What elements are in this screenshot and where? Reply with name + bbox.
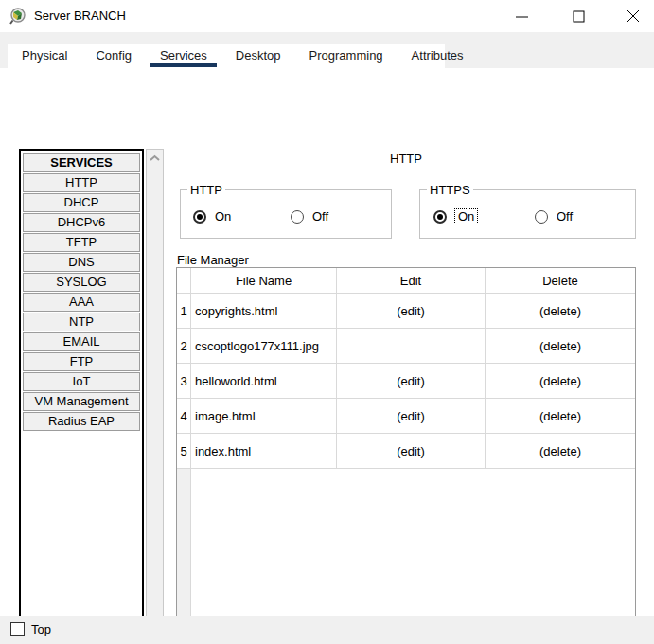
edit-link[interactable]: (edit) — [337, 399, 486, 433]
row-number-gutter — [177, 469, 191, 628]
delete-link[interactable]: (delete) — [486, 329, 635, 363]
edit-link — [337, 329, 486, 363]
https-radio-row: On Off — [420, 204, 635, 232]
sidebar-item-iot[interactable]: IoT — [23, 372, 140, 391]
http-on-radio[interactable] — [193, 210, 206, 224]
chevron-up-icon[interactable] — [150, 154, 160, 162]
close-button[interactable] — [611, 0, 654, 32]
https-off-radio[interactable] — [535, 210, 548, 224]
close-icon — [627, 9, 640, 23]
file-name-cell[interactable]: cscoptlogo177x111.jpg — [191, 329, 337, 363]
https-group-box: HTTPS On Off — [419, 189, 636, 239]
file-manager-label: File Manager — [177, 253, 249, 267]
sidebar-item-ftp[interactable]: FTP — [23, 352, 140, 371]
window-title: Server BRANCH — [34, 0, 126, 32]
http-off-label[interactable]: Off — [312, 209, 328, 224]
tab-physical[interactable]: Physical — [8, 44, 81, 68]
tab-programming[interactable]: Programming — [295, 44, 398, 68]
table-row: 2 cscoptlogo177x111.jpg (delete) — [177, 329, 635, 364]
table-row: 4 image.html (edit) (delete) — [177, 399, 635, 434]
table-row: 3 helloworld.html (edit) (delete) — [177, 364, 635, 399]
table-empty-area — [177, 469, 635, 628]
edit-link[interactable]: (edit) — [337, 364, 486, 398]
file-name-cell[interactable]: index.html — [191, 434, 337, 468]
file-name-cell[interactable]: helloworld.html — [191, 364, 337, 398]
sidebar-item-vm-management[interactable]: VM Management — [23, 392, 140, 411]
sidebar-item-http[interactable]: HTTP — [23, 173, 140, 192]
edit-link[interactable]: (edit) — [337, 434, 486, 468]
table-row: 1 copyrights.html (edit) (delete) — [177, 294, 635, 329]
minimize-icon — [516, 10, 528, 23]
sidebar-item-dhcp[interactable]: DHCP — [23, 193, 140, 212]
file-name-cell[interactable]: copyrights.html — [191, 294, 337, 328]
delete-link[interactable]: (delete) — [486, 294, 635, 328]
file-name-cell[interactable]: image.html — [191, 399, 337, 433]
row-number: 1 — [177, 294, 191, 328]
packet-tracer-icon — [9, 8, 27, 26]
table-row: 5 index.html (edit) (delete) — [177, 434, 635, 469]
http-radio-row: On Off — [181, 204, 391, 232]
http-off-radio[interactable] — [291, 210, 304, 224]
maximize-icon — [573, 10, 585, 23]
sidebar-scrollbar[interactable] — [146, 149, 164, 644]
tab-config[interactable]: Config — [81, 44, 146, 68]
file-manager-table: File Name Edit Delete 1 copyrights.html … — [176, 267, 636, 629]
sidebar-item-tftp[interactable]: TFTP — [23, 233, 140, 252]
sidebar-item-services-header[interactable]: SERVICES — [23, 153, 140, 172]
https-on-radio[interactable] — [433, 210, 447, 224]
delete-link[interactable]: (delete) — [486, 399, 635, 433]
table-header-row: File Name Edit Delete — [177, 268, 635, 294]
footer-bar: Top — [0, 616, 654, 644]
selected-tab-underline — [150, 63, 217, 67]
http-group-title: HTTP — [187, 183, 225, 197]
https-on-label[interactable]: On — [455, 209, 477, 224]
tab-bar: Physical Config Services Desktop Program… — [8, 44, 445, 68]
delete-link[interactable]: (delete) — [486, 434, 635, 468]
title-bar: Server BRANCH — [0, 0, 654, 32]
tab-attributes[interactable]: Attributes — [398, 44, 478, 68]
page-title: HTTP — [176, 152, 636, 166]
column-header-delete: Delete — [486, 268, 635, 293]
sidebar-item-syslog[interactable]: SYSLOG — [23, 273, 140, 292]
sidebar-item-radius-eap[interactable]: Radius EAP — [23, 412, 140, 431]
column-header-file-name: File Name — [191, 268, 337, 293]
row-number: 2 — [177, 329, 191, 363]
row-number: 5 — [177, 434, 191, 468]
edit-link[interactable]: (edit) — [337, 294, 486, 328]
maximize-button[interactable] — [557, 0, 600, 32]
row-number-header — [177, 268, 191, 293]
services-panel: SERVICES HTTP DHCP DHCPv6 TFTP DNS SYSLO… — [0, 68, 654, 616]
sidebar-item-dns[interactable]: DNS — [23, 253, 140, 272]
sidebar-item-dhcpv6[interactable]: DHCPv6 — [23, 213, 140, 232]
services-sidebar: SERVICES HTTP DHCP DHCPv6 TFTP DNS SYSLO… — [19, 149, 144, 644]
tab-desktop[interactable]: Desktop — [221, 44, 295, 68]
delete-link[interactable]: (delete) — [486, 364, 635, 398]
http-on-label[interactable]: On — [215, 209, 231, 224]
row-number: 3 — [177, 364, 191, 398]
row-number: 4 — [177, 399, 191, 433]
https-group-title: HTTPS — [427, 183, 473, 197]
sidebar-item-email[interactable]: EMAIL — [23, 332, 140, 351]
http-group-box: HTTP On Off — [180, 189, 392, 239]
sidebar-item-ntp[interactable]: NTP — [23, 313, 140, 331]
minimize-button[interactable] — [500, 0, 543, 32]
sidebar-item-aaa[interactable]: AAA — [23, 293, 140, 312]
tab-services[interactable]: Services — [146, 44, 221, 68]
top-checkbox-label[interactable]: Top — [31, 616, 51, 644]
tab-services-label: Services — [160, 48, 207, 63]
top-checkbox[interactable] — [10, 622, 25, 636]
https-off-label[interactable]: Off — [557, 209, 573, 224]
server-window: Server BRANCH Physical Config Services D… — [0, 0, 654, 644]
column-header-edit: Edit — [337, 268, 486, 293]
